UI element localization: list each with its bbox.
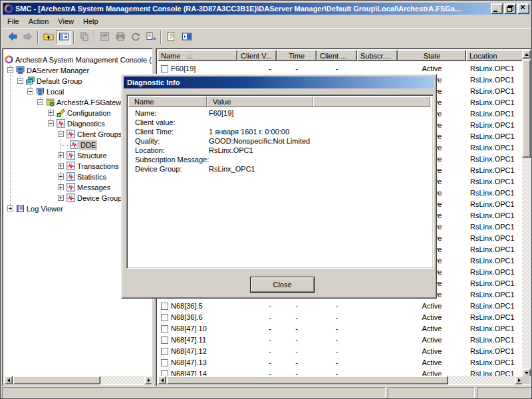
tree-item-label[interactable]: Log Viewer: [25, 203, 65, 214]
minimize-button[interactable]: [491, 3, 503, 14]
title-bar[interactable]: SMC - [ArchestrA System Management Conso…: [3, 3, 531, 15]
cell-time: -: [277, 323, 317, 334]
toolbar-separator: [160, 31, 162, 44]
dialog-column-header-name[interactable]: Name: [128, 96, 207, 107]
tree-hscroll-right-button[interactable]: [144, 376, 152, 384]
tree-item-archestra-system-management-console-ra-3d87a3cc3b1e[interactable]: ArchestrA System Management Console (RA-…: [4, 55, 152, 65]
server-icon: [46, 98, 55, 106]
list-hscrollbar-thumb[interactable]: [166, 376, 448, 384]
list-row-n68-47-11[interactable]: N68[47].11---ActiveRsLinx.OPC1: [158, 334, 523, 346]
show-console-tree-button[interactable]: [56, 30, 71, 45]
dialog-field-value: F60[19]: [209, 108, 233, 118]
up-one-level-button[interactable]: [41, 30, 56, 45]
list-row-n68-47-10[interactable]: N68[47].10---ActiveRsLinx.OPC1: [158, 323, 523, 334]
list-row-n68-36-6[interactable]: N68[36].6---ActiveRsLinx.OPC1: [158, 312, 523, 323]
expand-plus-icon[interactable]: [58, 174, 64, 180]
column-header-client[interactable]: Client ...: [317, 50, 357, 61]
list-row-f60-19[interactable]: F60[19]---ActiveRsLinx.OPC1: [158, 63, 523, 74]
cell-subscription: [357, 357, 398, 368]
show-action-pane-button[interactable]: [179, 30, 194, 45]
group-icon: [26, 76, 35, 85]
row-checkbox[interactable]: [161, 325, 168, 332]
column-header-time[interactable]: Time: [277, 50, 317, 61]
app-logo-icon[interactable]: [4, 4, 13, 13]
scrollbar-corner: [522, 376, 531, 384]
toolbar: ?: [3, 28, 531, 46]
dialog-column-header-value[interactable]: Value: [207, 96, 313, 107]
row-checkbox[interactable]: [161, 314, 168, 321]
close-button[interactable]: [517, 3, 529, 14]
log-viewer-icon: [16, 204, 25, 213]
column-header-location[interactable]: Location: [466, 50, 523, 61]
column-header-label: Client V...: [241, 52, 272, 60]
cell-location: RsLinx.OPC1: [466, 301, 523, 312]
column-header-subscription[interactable]: Subscr....: [357, 50, 398, 61]
row-checkbox[interactable]: [161, 336, 168, 344]
tree-hscroll-left-button[interactable]: [4, 376, 13, 384]
column-header-name[interactable]: Name: [158, 50, 237, 61]
expand-plus-icon[interactable]: [48, 110, 54, 116]
tree-item-label[interactable]: DDE: [79, 140, 97, 150]
tree-item-label[interactable]: Client Groups: [76, 129, 123, 140]
tree-item-label[interactable]: Device Groups: [76, 193, 127, 203]
menu-action[interactable]: Action: [24, 16, 54, 27]
tree-item-label[interactable]: DAServer Manager: [25, 65, 90, 76]
collapse-minus-icon[interactable]: [48, 120, 54, 126]
menu-view[interactable]: View: [53, 16, 78, 27]
list-vscroll-up-button[interactable]: [522, 50, 531, 59]
collapse-minus-icon[interactable]: [7, 67, 13, 73]
list-row-n68-36-5[interactable]: N68[36].5---ActiveRsLinx.OPC1: [158, 301, 523, 312]
cell-location: RsLinx.OPC1: [466, 165, 523, 176]
help-button[interactable]: ?: [164, 30, 179, 45]
row-checkbox[interactable]: [161, 303, 168, 310]
svg-text:?: ?: [168, 33, 173, 41]
tree-item-label[interactable]: Messages: [76, 182, 112, 193]
tree-item-label[interactable]: Configuration: [66, 108, 112, 118]
restore-button[interactable]: [504, 3, 516, 14]
dialog-column-header-blank[interactable]: [313, 96, 430, 107]
cell-client_value: -: [237, 357, 277, 368]
column-header-client_value[interactable]: Client V...: [237, 50, 277, 61]
dialog-close-button[interactable]: Close: [250, 277, 315, 293]
toolbar-separator: [94, 31, 95, 44]
menu-file[interactable]: File: [3, 16, 24, 27]
column-header-label: Subscr....: [360, 52, 391, 60]
collapse-minus-icon[interactable]: [17, 78, 23, 84]
collapse-minus-icon[interactable]: [37, 99, 43, 105]
column-header-state[interactable]: State: [398, 50, 466, 61]
dialog-title-bar[interactable]: Diagnostic Info: [124, 76, 434, 88]
list-hscroll-left-button[interactable]: [158, 376, 166, 384]
list-row-n68-47-12[interactable]: N68[47].12---ActiveRsLinx.OPC1: [158, 346, 523, 357]
tree-item-label[interactable]: ArchestrA System Management Console (RA-…: [14, 55, 152, 65]
tree-item-label[interactable]: Default Group: [35, 76, 83, 86]
tree-item-label[interactable]: Structure: [76, 150, 108, 161]
expand-plus-icon[interactable]: [58, 163, 64, 169]
expand-plus-icon[interactable]: [58, 152, 64, 158]
expand-plus-icon[interactable]: [58, 184, 64, 190]
menu-help[interactable]: Help: [78, 16, 103, 27]
list-vscrollbar-thumb[interactable]: [522, 59, 531, 158]
row-checkbox[interactable]: [161, 359, 168, 366]
tree-hscrollbar-thumb[interactable]: [13, 376, 100, 384]
export-list-button[interactable]: [143, 30, 158, 45]
expand-plus-icon[interactable]: [7, 205, 13, 211]
collapse-minus-icon[interactable]: [58, 131, 64, 137]
list-row-n68-47-13[interactable]: N68[47].13---ActiveRsLinx.OPC1: [158, 357, 523, 368]
back-button[interactable]: [5, 30, 20, 45]
cell-time: -: [277, 301, 317, 312]
cell-client_value: -: [237, 334, 277, 346]
row-checkbox[interactable]: [161, 65, 168, 72]
collapse-minus-icon[interactable]: [27, 88, 33, 94]
tree-item-label[interactable]: Transactions: [76, 161, 120, 172]
forward-arrow-icon: [23, 31, 33, 43]
diagnostics-icon: [66, 172, 75, 181]
row-checkbox[interactable]: [161, 348, 168, 355]
tree-item-label[interactable]: ArchestrA.FSGateway: [55, 97, 130, 108]
tree-item-label[interactable]: Statistics: [76, 172, 108, 182]
tree-item-label[interactable]: Diagnostics: [66, 118, 106, 129]
column-header-label: Location: [469, 52, 497, 60]
dialog-row-name: Name:F60[19]: [129, 108, 432, 118]
cell-client: -: [317, 323, 357, 334]
tree-item-label[interactable]: Local: [45, 86, 65, 97]
expand-plus-icon[interactable]: [58, 195, 64, 201]
